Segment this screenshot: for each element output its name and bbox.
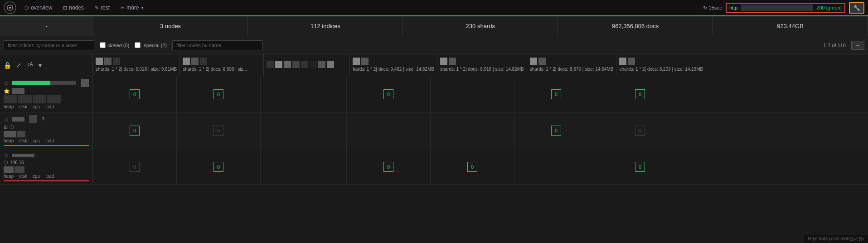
node-box-1: [29, 115, 37, 123]
svg-point-2: [9, 7, 11, 9]
shard-badge[interactable]: 0: [551, 89, 561, 99]
cell-1-3: [347, 112, 431, 149]
nav-overview-label: overview: [31, 5, 52, 11]
cell-0-6: 0: [598, 76, 682, 112]
shard-badge[interactable]: 0: [213, 162, 223, 172]
row-cells-2: 0 0 0 0 0: [93, 149, 868, 184]
shard-badge[interactable]: 0: [383, 89, 393, 99]
nav-rest-label: rest: [101, 5, 110, 11]
node-label-row-0: heap disk cpu load: [4, 104, 89, 109]
sort-icon[interactable]: ↕A: [26, 60, 34, 70]
rest-icon: ✎: [95, 5, 99, 11]
shard-box: [183, 58, 190, 65]
nav-rest[interactable]: ✎ rest: [90, 3, 114, 13]
stat-nodes[interactable]: 3 nodes: [93, 16, 248, 36]
row-cells-1: 0 0 0 0: [93, 112, 868, 149]
shard-badge[interactable]: 0: [635, 162, 645, 172]
cell-0-2: [261, 76, 347, 112]
shard-box: [310, 61, 317, 68]
shard-badge[interactable]: 0: [467, 162, 477, 172]
cpu-label-2: cpu: [33, 174, 40, 179]
filter-bar: closed (0) .special (2) 1-7 of 110 →: [0, 36, 868, 54]
filter-indices-input[interactable]: [4, 40, 94, 50]
cell-2-1: 0: [177, 149, 261, 184]
col-header-5: shards: 1 * 2| docs: 8,876 | size: 14.64…: [527, 54, 617, 76]
closed-checkbox-label[interactable]: closed (0): [100, 42, 129, 48]
nav-nodes-label: nodes: [69, 5, 84, 11]
load-label: load: [45, 104, 54, 109]
col-header-shard-info-3: hards: 1 * 2| docs: 9,462 | size: 14.82M…: [353, 66, 434, 73]
wrench-button[interactable]: 🔧: [849, 2, 864, 14]
shard-box: [318, 61, 325, 68]
nav-more[interactable]: ✂ more ▾: [116, 3, 148, 13]
special-checkbox[interactable]: [135, 42, 141, 48]
load-label-2: load: [45, 174, 54, 179]
stat-docs[interactable]: 962,356,806 docs: [558, 16, 713, 36]
overview-icon: ⬡: [24, 5, 29, 11]
heap-stat-box: [4, 95, 17, 103]
cluster-name-value: ·: [45, 23, 47, 29]
stat-size[interactable]: 923.44GB: [713, 16, 868, 36]
heap-label-1: heap: [4, 138, 14, 143]
node-icon-small2: ⬡: [10, 124, 14, 130]
stat-shards[interactable]: 230 shards: [403, 16, 558, 36]
cell-0-4: [431, 76, 514, 112]
shard-badge-gray[interactable]: 0: [130, 162, 140, 172]
nav-overview[interactable]: ⬡ overview: [20, 3, 57, 13]
http-connection-box: http: :200 [green]: [726, 3, 845, 13]
special-checkbox-label[interactable]: .special (2): [135, 42, 167, 48]
shard-badge[interactable]: 0: [551, 126, 561, 136]
pagination-next-button[interactable]: →: [851, 41, 864, 50]
shard-badge-gray[interactable]: 0: [635, 126, 645, 136]
refresh-button[interactable]: ↻ 15sec: [703, 5, 722, 11]
http-url-input[interactable]: [741, 5, 813, 11]
shard-box: [353, 58, 360, 65]
closed-checkbox[interactable]: [100, 42, 106, 48]
shard-box: [628, 58, 635, 65]
shard-badge[interactable]: 0: [213, 89, 223, 99]
stat-indices[interactable]: 112 indices: [248, 16, 403, 36]
shard-box: [361, 58, 369, 65]
shard-badge[interactable]: 0: [130, 89, 140, 99]
shard-badge-gray[interactable]: 0: [213, 126, 223, 136]
star-icon-2[interactable]: ☆: [4, 152, 9, 159]
shard-badge[interactable]: 0: [130, 126, 140, 136]
col-header-shard-info-1: shards: 1 * 2| docs: 8,508 | siz...: [183, 66, 261, 73]
lock-icon[interactable]: 🔒: [4, 62, 11, 69]
star-icon-0[interactable]: ☆: [4, 80, 9, 87]
row-icons-0: ⭐: [4, 88, 89, 94]
shard-box: [619, 58, 626, 65]
nav-right: ↻ 15sec http: :200 [green] 🔧: [703, 2, 864, 14]
col-header-3: hards: 1 * 2| docs: 9,462 | size: 14.82M…: [350, 54, 437, 76]
cell-0-3: 0: [347, 76, 431, 112]
col-header-shard-info-6: shards: 1 * 2| docs: 8,203 | size: 14.19…: [619, 66, 703, 73]
filter-icon[interactable]: ▾: [39, 62, 42, 69]
col-header-6: shards: 1 * 2| docs: 8,203 | size: 14.19…: [616, 54, 706, 76]
column-headers: 🔒 ⤢ ↕A ▾ shards: 1 * 2| docs: 6,018 | si…: [0, 54, 868, 76]
refresh-label: 15sec: [709, 5, 722, 10]
more-icon: ✂: [121, 5, 125, 11]
cell-0-1: 0: [177, 76, 261, 112]
cell-1-5: 0: [514, 112, 598, 149]
node-value: 146.16: [10, 160, 24, 165]
cell-1-2: [261, 112, 347, 149]
shard-box: [440, 58, 447, 65]
heap-label: heap: [4, 104, 14, 109]
shard-badge[interactable]: 0: [383, 162, 393, 172]
cell-1-0: 0: [93, 112, 177, 149]
shard-box: [191, 58, 199, 65]
svg-text:↕A: ↕A: [27, 61, 33, 68]
app-logo[interactable]: [4, 1, 16, 14]
shard-box: [327, 61, 334, 68]
col-header-shard-info-4: shards: 1 * 2| docs: 8,916 | size: 14.82…: [440, 66, 524, 73]
expand-icon[interactable]: ⤢: [16, 62, 21, 69]
row-icons-1: ⊞ ⬡: [4, 124, 89, 130]
star-icon-1[interactable]: ☆: [4, 116, 9, 123]
filter-nodes-input[interactable]: [172, 40, 263, 50]
shard-badge[interactable]: 0: [635, 89, 645, 99]
cpu-stat-box: [33, 95, 46, 103]
shard-box: [292, 61, 300, 68]
heap-bar: [4, 166, 14, 173]
nav-nodes[interactable]: ⊞ nodes: [58, 3, 88, 13]
shard-box: [301, 61, 308, 68]
